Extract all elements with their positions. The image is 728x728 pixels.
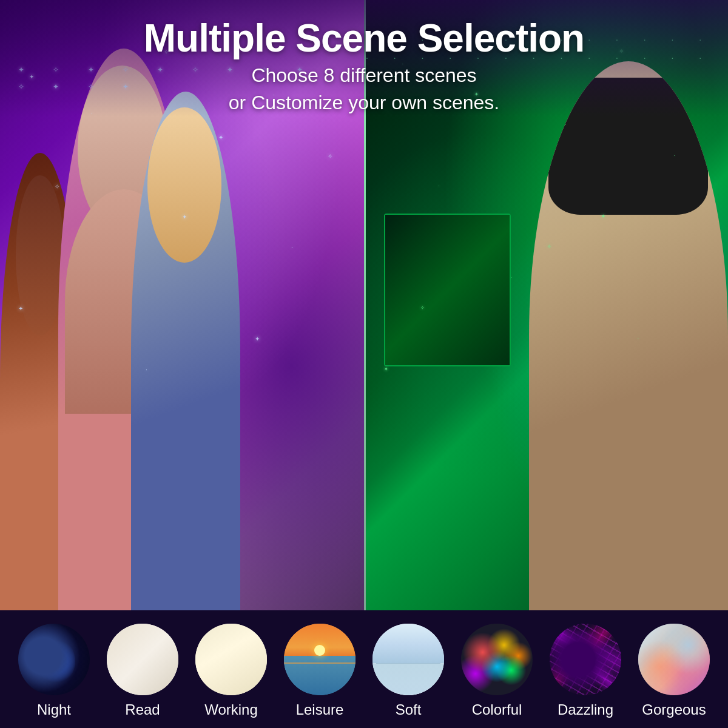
scene-circle-leisure bbox=[284, 624, 356, 695]
subtitle: Choose 8 different scenes or Customize y… bbox=[24, 62, 704, 116]
scene-item-colorful[interactable]: Colorful bbox=[453, 624, 541, 718]
hero-image-section: Multiple Scene Selection Choose 8 differ… bbox=[0, 0, 728, 610]
scene-circle-colorful bbox=[461, 624, 533, 695]
scene-item-leisure[interactable]: Leisure bbox=[275, 624, 364, 718]
scene-item-working[interactable]: Working bbox=[187, 624, 275, 718]
scene-item-night[interactable]: Night bbox=[10, 624, 98, 718]
subtitle-line1: Choose 8 different scenes bbox=[251, 64, 476, 86]
scene-item-dazzling[interactable]: Dazzling bbox=[541, 624, 630, 718]
main-title: Multiple Scene Selection bbox=[24, 17, 704, 59]
scene-item-read[interactable]: Read bbox=[98, 624, 187, 718]
scene-label-dazzling: Dazzling bbox=[558, 701, 613, 718]
header-overlay: Multiple Scene Selection Choose 8 differ… bbox=[0, 0, 728, 116]
scene-label-read: Read bbox=[125, 701, 160, 718]
scene-label-night: Night bbox=[37, 701, 71, 718]
scene-label-working: Working bbox=[204, 701, 258, 718]
scene-item-soft[interactable]: Soft bbox=[364, 624, 453, 718]
scene-label-soft: Soft bbox=[396, 701, 422, 718]
scene-circle-read bbox=[107, 624, 178, 695]
scene-circle-working bbox=[195, 624, 267, 695]
subtitle-line2: or Customize your own scenes. bbox=[229, 92, 499, 113]
scene-item-gorgeous[interactable]: Gorgeous bbox=[630, 624, 718, 718]
page-container: Multiple Scene Selection Choose 8 differ… bbox=[0, 0, 728, 728]
scene-circle-dazzling bbox=[550, 624, 621, 695]
scenes-bar: Night bbox=[0, 610, 728, 728]
scene-label-gorgeous: Gorgeous bbox=[642, 701, 706, 718]
scene-label-leisure: Leisure bbox=[296, 701, 344, 718]
child-figure-3 bbox=[131, 92, 240, 610]
scene-circle-soft bbox=[372, 624, 444, 695]
scene-circle-night bbox=[18, 624, 90, 695]
scene-label-colorful: Colorful bbox=[472, 701, 522, 718]
scene-circle-gorgeous bbox=[638, 624, 710, 695]
